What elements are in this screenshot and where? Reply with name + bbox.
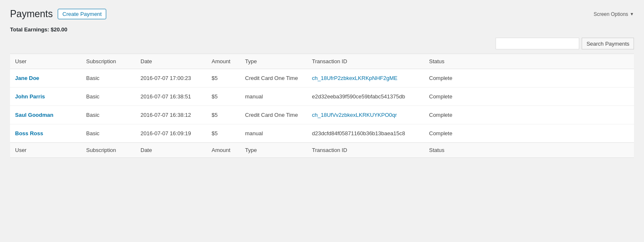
- col-header-status: Status: [424, 54, 634, 69]
- cell-amount: $5: [207, 69, 240, 88]
- col-header-user: User: [10, 54, 81, 69]
- col-footer-type: Type: [240, 143, 307, 158]
- cell-type: Credit Card One Time: [240, 106, 307, 124]
- cell-user: Jane Doe: [10, 69, 81, 88]
- cell-status: Complete: [424, 106, 634, 124]
- table-footer-row: User Subscription Date Amount Type Trans…: [10, 143, 634, 158]
- user-link[interactable]: Saul Goodman: [15, 112, 54, 118]
- cell-date: 2016-07-07 16:09:19: [135, 124, 207, 143]
- table-row: Jane DoeBasic2016-07-07 17:00:23$5Credit…: [10, 69, 634, 88]
- cell-user: John Parris: [10, 88, 81, 106]
- screen-options-arrow-icon: ▼: [630, 12, 634, 16]
- col-footer-transaction: Transaction ID: [307, 143, 424, 158]
- col-footer-user: User: [10, 143, 81, 158]
- cell-type: manual: [240, 124, 307, 143]
- col-header-amount: Amount: [207, 54, 240, 69]
- cell-date: 2016-07-07 16:38:12: [135, 106, 207, 124]
- col-footer-status: Status: [424, 143, 634, 158]
- transaction-id-link[interactable]: ch_18UfrP2zbkexLKRKpNHF2gME: [312, 75, 397, 81]
- cell-type: Credit Card One Time: [240, 69, 307, 88]
- cell-amount: $5: [207, 106, 240, 124]
- table-header-row: User Subscription Date Amount Type Trans…: [10, 54, 634, 69]
- cell-type: manual: [240, 88, 307, 106]
- screen-options-label: Screen Options: [593, 11, 628, 17]
- cell-subscription: Basic: [81, 124, 135, 143]
- cell-status: Complete: [424, 88, 634, 106]
- cell-transaction-id: ch_18UfrP2zbkexLKRKpNHF2gME: [307, 69, 424, 88]
- user-link[interactable]: John Parris: [15, 93, 45, 100]
- search-bar: Search Payments: [10, 38, 634, 49]
- cell-amount: $5: [207, 88, 240, 106]
- table-row: Boss RossBasic2016-07-07 16:09:19$5manua…: [10, 124, 634, 143]
- create-payment-button[interactable]: Create Payment: [58, 9, 106, 19]
- cell-transaction-id: d23dcfd84f05871160b36b13baea15c8: [307, 124, 424, 143]
- cell-subscription: Basic: [81, 88, 135, 106]
- cell-subscription: Basic: [81, 106, 135, 124]
- search-payments-button[interactable]: Search Payments: [582, 38, 634, 49]
- cell-user: Saul Goodman: [10, 106, 81, 124]
- cell-transaction-id: e2d32eeba39f590ce59bfabc541375db: [307, 88, 424, 106]
- col-header-subscription: Subscription: [81, 54, 135, 69]
- table-row: Saul GoodmanBasic2016-07-07 16:38:12$5Cr…: [10, 106, 634, 124]
- cell-status: Complete: [424, 124, 634, 143]
- cell-user: Boss Ross: [10, 124, 81, 143]
- col-footer-amount: Amount: [207, 143, 240, 158]
- cell-subscription: Basic: [81, 69, 135, 88]
- col-footer-date: Date: [135, 143, 207, 158]
- col-header-type: Type: [240, 54, 307, 69]
- title-area: Payments Create Payment: [10, 8, 106, 20]
- col-header-date: Date: [135, 54, 207, 69]
- transaction-id-link[interactable]: ch_18UfVv2zbkexLKRKUYKPO0qr: [312, 112, 397, 118]
- screen-options-button[interactable]: Screen Options ▼: [593, 11, 634, 17]
- cell-date: 2016-07-07 16:38:51: [135, 88, 207, 106]
- cell-date: 2016-07-07 17:00:23: [135, 69, 207, 88]
- cell-amount: $5: [207, 124, 240, 143]
- search-input[interactable]: [496, 38, 579, 49]
- page-title: Payments: [10, 8, 53, 20]
- cell-transaction-id: ch_18UfVv2zbkexLKRKUYKPO0qr: [307, 106, 424, 124]
- payments-table: User Subscription Date Amount Type Trans…: [10, 54, 634, 158]
- total-earnings: Total Earnings: $20.00: [10, 26, 634, 33]
- col-footer-subscription: Subscription: [81, 143, 135, 158]
- top-bar: Payments Create Payment Screen Options ▼: [10, 8, 634, 20]
- user-link[interactable]: Boss Ross: [15, 130, 43, 136]
- col-header-transaction: Transaction ID: [307, 54, 424, 69]
- user-link[interactable]: Jane Doe: [15, 75, 39, 81]
- cell-status: Complete: [424, 69, 634, 88]
- table-row: John ParrisBasic2016-07-07 16:38:51$5man…: [10, 88, 634, 106]
